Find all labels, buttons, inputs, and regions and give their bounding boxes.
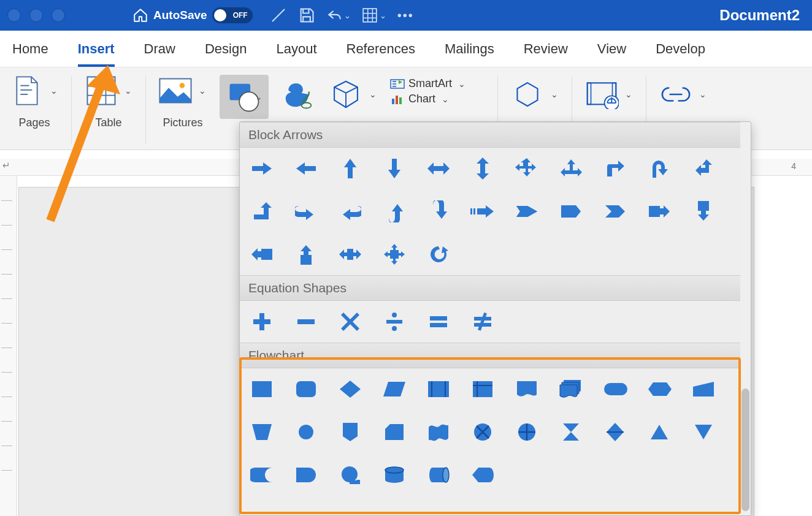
save-icon[interactable] bbox=[298, 7, 315, 24]
addin-icon[interactable] bbox=[509, 76, 546, 113]
line-tool-icon[interactable] bbox=[270, 7, 287, 24]
shape-flow-direct-access[interactable] bbox=[426, 463, 451, 487]
window-zoom[interactable] bbox=[52, 9, 65, 22]
shape-up-arrow[interactable] bbox=[338, 156, 362, 181]
shape-equal[interactable] bbox=[426, 309, 451, 334]
shape-bent-up-arrow[interactable] bbox=[250, 199, 274, 224]
media-dropdown-icon[interactable]: ⌄ bbox=[622, 89, 635, 99]
shape-multiply[interactable] bbox=[338, 309, 362, 334]
shape-left-right-up-arrow[interactable] bbox=[559, 156, 583, 181]
shape-quad-arrow[interactable] bbox=[515, 156, 539, 181]
shape-flow-display[interactable] bbox=[470, 463, 495, 487]
shape-curved-up-arrow[interactable] bbox=[382, 199, 407, 224]
shape-uturn-arrow[interactable] bbox=[647, 156, 672, 181]
shape-flow-internal-storage[interactable] bbox=[470, 377, 495, 401]
tab-home[interactable]: Home bbox=[12, 37, 48, 61]
chart-button[interactable]: Chart ⌄ bbox=[390, 93, 468, 105]
shape-flow-summing[interactable] bbox=[470, 420, 495, 444]
shape-pentagon-arrow[interactable] bbox=[559, 199, 583, 224]
table-button[interactable] bbox=[83, 72, 120, 109]
pictures-button[interactable] bbox=[157, 72, 194, 109]
shape-left-right-arrow[interactable] bbox=[426, 156, 451, 181]
link-icon[interactable] bbox=[657, 76, 694, 113]
shape-flow-alt-process[interactable] bbox=[294, 377, 318, 401]
shape-left-arrow-callout[interactable] bbox=[250, 242, 274, 267]
shape-flow-data[interactable] bbox=[382, 377, 407, 401]
shape-up-down-arrow[interactable] bbox=[470, 156, 495, 181]
online-video-icon[interactable] bbox=[583, 76, 620, 113]
link-dropdown-icon[interactable]: ⌄ bbox=[697, 89, 709, 99]
panel-scrollbar[interactable] bbox=[740, 122, 751, 515]
shape-flow-delay[interactable] bbox=[294, 463, 318, 487]
shape-not-equal[interactable] bbox=[470, 309, 495, 334]
shape-chevron-arrow[interactable] bbox=[603, 199, 627, 224]
shape-left-up-arrow[interactable] bbox=[691, 156, 716, 181]
tab-view[interactable]: View bbox=[597, 37, 626, 61]
shape-flow-sort[interactable] bbox=[603, 420, 627, 444]
shape-curved-down-arrow[interactable] bbox=[426, 199, 451, 224]
tab-insert[interactable]: Insert bbox=[78, 37, 115, 61]
tablequick-dropdown-icon[interactable]: ⌄ bbox=[380, 11, 386, 20]
autosave-control[interactable]: AutoSave OFF bbox=[153, 7, 253, 23]
shape-striped-right-arrow[interactable] bbox=[470, 199, 495, 224]
shape-down-arrow[interactable] bbox=[382, 156, 407, 181]
shape-division[interactable] bbox=[382, 309, 407, 334]
shape-right-arrow-callout[interactable] bbox=[647, 199, 672, 224]
undo-dropdown-icon[interactable]: ⌄ bbox=[344, 11, 351, 20]
shape-flow-collate[interactable] bbox=[559, 420, 583, 444]
shape-flow-connector[interactable] bbox=[294, 420, 318, 444]
pages-button[interactable] bbox=[9, 72, 45, 109]
smartart-button[interactable]: SmartArt ⌄ bbox=[390, 77, 468, 90]
shape-flow-multidocument[interactable] bbox=[559, 377, 583, 401]
shapes-dropdown-icon[interactable]: ⌄ bbox=[253, 92, 265, 102]
tab-references[interactable]: References bbox=[347, 37, 416, 61]
autosave-toggle[interactable]: OFF bbox=[212, 7, 253, 23]
shape-down-arrow-callout[interactable] bbox=[691, 199, 716, 224]
shape-flow-card[interactable] bbox=[382, 420, 407, 444]
shape-up-arrow-callout[interactable] bbox=[294, 242, 318, 267]
3d-models-button[interactable] bbox=[327, 76, 364, 113]
tab-developer[interactable]: Develop bbox=[656, 37, 705, 61]
smartart-dropdown-icon[interactable]: ⌄ bbox=[456, 79, 468, 89]
shape-flow-document[interactable] bbox=[515, 377, 539, 401]
shape-left-right-arrow-callout[interactable] bbox=[338, 242, 362, 267]
window-close[interactable] bbox=[7, 9, 21, 22]
shape-flow-seq-storage[interactable] bbox=[338, 463, 362, 487]
shape-flow-magnetic-disk[interactable] bbox=[382, 463, 407, 487]
shape-flow-merge[interactable] bbox=[691, 420, 716, 444]
shape-flow-preparation[interactable] bbox=[647, 377, 672, 401]
chart-dropdown-icon[interactable]: ⌄ bbox=[439, 94, 451, 104]
shape-minus[interactable] bbox=[294, 309, 318, 334]
shape-plus[interactable] bbox=[250, 309, 274, 334]
shape-left-arrow[interactable] bbox=[294, 156, 318, 181]
tab-design[interactable]: Design bbox=[205, 37, 247, 61]
shape-notched-right-arrow[interactable] bbox=[515, 199, 539, 224]
scrollbar-thumb[interactable] bbox=[741, 389, 749, 511]
pictures-dropdown-icon[interactable]: ⌄ bbox=[196, 86, 209, 96]
shape-flow-or[interactable] bbox=[515, 420, 539, 444]
shape-quad-arrow-callout[interactable] bbox=[382, 242, 407, 267]
shape-flow-offpage[interactable] bbox=[338, 420, 362, 444]
tab-draw[interactable]: Draw bbox=[144, 37, 175, 61]
shape-flow-manual-input[interactable] bbox=[691, 377, 716, 401]
shape-flow-stored-data[interactable] bbox=[250, 463, 274, 487]
table-quick-icon[interactable]: ⌄ bbox=[362, 7, 386, 23]
undo-icon[interactable]: ⌄ bbox=[326, 9, 351, 22]
table-dropdown-icon[interactable]: ⌄ bbox=[122, 86, 134, 96]
icons-button[interactable] bbox=[280, 76, 316, 113]
tab-mailings[interactable]: Mailings bbox=[445, 37, 494, 61]
window-minimize[interactable] bbox=[29, 9, 43, 22]
shape-flow-punched-tape[interactable] bbox=[426, 420, 451, 444]
shape-flow-extract[interactable] bbox=[647, 420, 672, 444]
shape-flow-terminator[interactable] bbox=[603, 377, 627, 401]
shape-flow-process[interactable] bbox=[250, 377, 274, 401]
shape-right-arrow[interactable] bbox=[250, 156, 274, 181]
tab-layout[interactable]: Layout bbox=[276, 37, 316, 61]
3d-dropdown-icon[interactable]: ⌄ bbox=[367, 89, 379, 99]
shape-circular-arrow[interactable] bbox=[426, 242, 451, 267]
shape-flow-predefined[interactable] bbox=[426, 377, 451, 401]
shape-bent-arrow[interactable] bbox=[603, 156, 627, 181]
shape-flow-decision[interactable] bbox=[338, 377, 362, 401]
more-commands-icon[interactable]: ••• bbox=[397, 9, 414, 23]
addin-dropdown-icon[interactable]: ⌄ bbox=[548, 89, 561, 99]
